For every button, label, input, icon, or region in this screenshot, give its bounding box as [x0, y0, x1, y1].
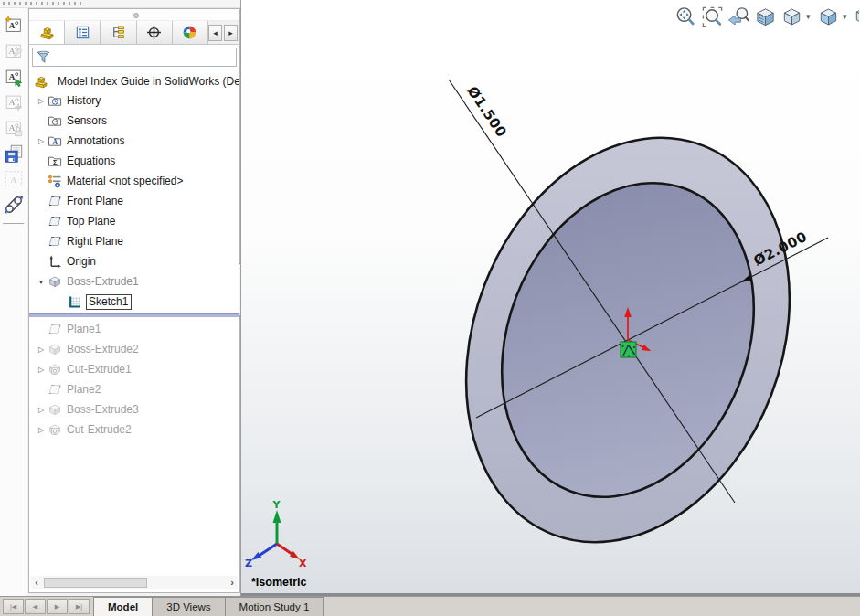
svg-text:A: A: [8, 21, 15, 30]
tree-item-label: Boss-Extrude3: [67, 403, 139, 416]
feature-filter-input[interactable]: [32, 48, 237, 67]
tree-item-label: Cut-Extrude1: [67, 363, 132, 376]
doc-nav-first[interactable]: |◀: [3, 599, 24, 614]
tree-item-history[interactable]: ▷History: [29, 90, 239, 111]
doc-tabs: Model3D ViewsMotion Study 1: [93, 597, 323, 616]
tree-root-label: Model Index Guide in SolidWorks (De: [58, 75, 239, 88]
tree-item-material-not-specified[interactable]: Material <not specified>: [29, 171, 239, 191]
svg-text:A: A: [53, 138, 58, 146]
expand-arrow-icon[interactable]: ▷: [35, 137, 48, 145]
expand-arrow-icon[interactable]: ▷: [35, 366, 48, 374]
svg-text:A: A: [8, 123, 15, 133]
doc-tab-model[interactable]: Model: [93, 597, 153, 616]
tree-item-label: Plane1: [67, 323, 101, 335]
belt-chain-icon[interactable]: [2, 193, 26, 217]
plane-icon: [48, 382, 63, 397]
save-table-icon[interactable]: [2, 142, 26, 165]
part-icon: [34, 74, 49, 89]
view-orientation-label: *Isometric: [251, 576, 306, 589]
clipped-toolbar-icon[interactable]: [853, 5, 859, 28]
configurationmanager-tab-icon[interactable]: [101, 21, 136, 44]
expand-arrow-icon[interactable]: ▷: [35, 345, 48, 354]
plane-icon: [48, 194, 63, 208]
tree-item-front-plane[interactable]: Front Plane: [29, 191, 239, 211]
doc-tab-motion-study-1[interactable]: Motion Study 1: [225, 597, 324, 616]
boss-extrude-icon: [48, 342, 63, 356]
zoom-to-fit-icon[interactable]: [674, 5, 697, 28]
document-tab-bar: |◀◀▶▶| Model3D ViewsMotion Study 1: [0, 596, 860, 616]
section-view-icon[interactable]: [753, 5, 777, 28]
toolbar-separator: [3, 223, 24, 224]
scroll-left-arrow-icon[interactable]: ‹: [31, 576, 42, 589]
3d-model-scene: Ø1.500 Ø2.000: [241, 0, 860, 596]
tree-item-sensors[interactable]: Sensors: [29, 111, 239, 131]
tree-item-top-plane[interactable]: Top Plane: [29, 211, 239, 231]
dimxpertmanager-tab-icon[interactable]: [137, 21, 173, 44]
annotation-star-icon[interactable]: A: [2, 14, 26, 37]
annotation-add-icon[interactable]: A: [2, 90, 26, 114]
previous-view-icon[interactable]: [727, 5, 750, 28]
tree-item-boss-extrude3[interactable]: ▷Boss-Extrude3: [29, 399, 239, 420]
tree-item-annotations[interactable]: ▷AAnnotations: [29, 131, 239, 151]
tree-item-right-plane[interactable]: Right Plane: [29, 231, 239, 251]
rollback-bar[interactable]: [29, 313, 239, 317]
tree-item-equations[interactable]: ΣEquations: [29, 151, 239, 171]
tree-item-plane1[interactable]: Plane1: [29, 319, 239, 339]
graphics-area[interactable]: Ø1.500 Ø2.000: [240, 0, 860, 596]
tree-item-label: Sketch1: [87, 295, 131, 309]
doc-nav-next[interactable]: ▶: [47, 599, 68, 614]
panel-horizontal-scrollbar[interactable]: ‹ ›: [31, 576, 238, 589]
expand-arrow-icon[interactable]: ▷: [35, 406, 48, 414]
annotation-lock-icon[interactable]: A: [2, 116, 26, 140]
scrollbar-thumb[interactable]: [44, 578, 147, 588]
sensors-icon: [48, 113, 63, 128]
doc-tab-3d-views[interactable]: 3D Views: [152, 597, 225, 616]
toolbar-grip-handle[interactable]: [3, 2, 85, 5]
orientation-triad: Y Z X: [245, 499, 307, 569]
tree-item-label: Annotations: [67, 134, 124, 147]
tab-scroll-arrows: ◂▸: [208, 21, 239, 44]
dropdown-caret-icon[interactable]: ▾: [806, 12, 813, 21]
tree-item-cut-extrude1[interactable]: ▷Cut-Extrude1: [29, 359, 239, 379]
featuremanager-tab-icon[interactable]: [29, 21, 65, 44]
featuremanager-tab-bar: ◂▸: [29, 21, 239, 45]
triad-y-label: Y: [272, 499, 281, 511]
zoom-to-area-icon[interactable]: [700, 5, 724, 28]
displaymanager-tab-icon[interactable]: [173, 21, 208, 44]
tree-item-boss-extrude1[interactable]: ▼Boss-Extrude1: [29, 271, 239, 292]
doc-nav-last[interactable]: ▶|: [69, 599, 90, 614]
svg-text:A: A: [10, 175, 16, 185]
solidworks-window: AAAAAA ◂▸ Model Index Guide in SolidWork…: [0, 0, 860, 616]
expand-arrow-icon[interactable]: ▼: [35, 279, 48, 285]
view-orientation-icon[interactable]: [780, 5, 803, 28]
plane-icon: [48, 234, 63, 249]
panel-splitter-grip[interactable]: [29, 9, 239, 21]
tree-item-sketch1[interactable]: Sketch1: [29, 292, 239, 312]
tree-item-cut-extrude2[interactable]: ▷Cut-Extrude2: [29, 420, 239, 440]
scroll-right-arrow-icon[interactable]: ›: [227, 576, 238, 589]
annotations-icon: A: [48, 133, 63, 148]
material-icon: [48, 174, 63, 188]
toolbar-drag-strip: [0, 0, 240, 8]
tree-item-origin[interactable]: Origin: [29, 251, 239, 271]
display-style-icon[interactable]: [816, 5, 840, 28]
doc-nav-previous[interactable]: ◀: [25, 599, 46, 614]
filter-funnel-icon: [36, 49, 51, 65]
annotation-insert-icon[interactable]: A: [2, 65, 26, 89]
expand-arrow-icon[interactable]: ▷: [35, 426, 48, 434]
cut-extrude-icon: [48, 422, 63, 437]
tree-item-label: Origin: [67, 255, 96, 268]
tree-item-plane2[interactable]: Plane2: [29, 379, 239, 399]
annotation-select-icon[interactable]: A: [2, 167, 26, 191]
history-icon: [48, 93, 63, 108]
tree-root-item[interactable]: Model Index Guide in SolidWorks (De: [29, 72, 239, 90]
tab-scroll-left-icon[interactable]: ◂: [208, 25, 222, 41]
scrollbar-track[interactable]: [42, 577, 227, 589]
tree-item-boss-extrude2[interactable]: ▷Boss-Extrude2: [29, 339, 239, 359]
annotation-toolbar: AAAAAA: [0, 8, 27, 596]
tab-scroll-right-icon[interactable]: ▸: [224, 25, 238, 41]
expand-arrow-icon[interactable]: ▷: [35, 97, 48, 105]
propertymanager-tab-icon[interactable]: [65, 21, 101, 44]
annotation-edit-icon[interactable]: A: [2, 39, 26, 63]
dropdown-caret-icon[interactable]: ▾: [843, 12, 850, 21]
